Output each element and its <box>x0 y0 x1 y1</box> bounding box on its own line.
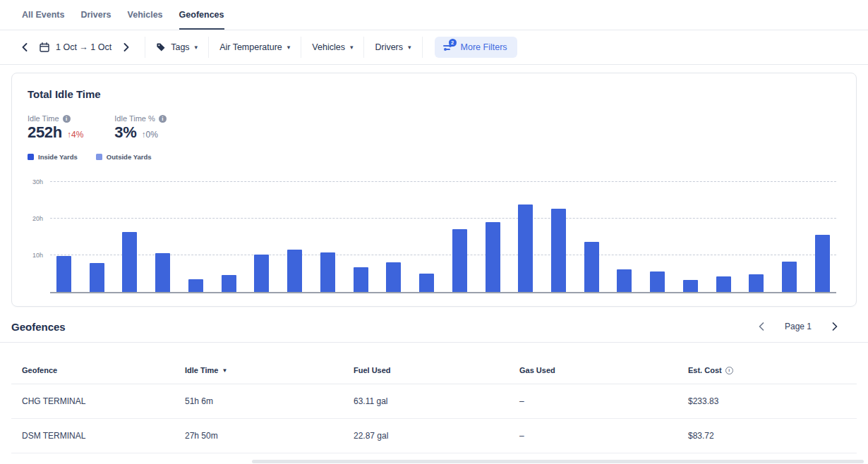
tab-geofences[interactable]: Geofences <box>179 0 224 30</box>
bar[interactable] <box>90 263 104 292</box>
divider <box>301 37 301 58</box>
table-body: CHG TERMINAL51h 6m63.11 gal–$233.83DSM T… <box>11 384 857 453</box>
table-cell: DSM TERMINAL <box>22 431 185 441</box>
metric-delta: ↑4% <box>67 130 83 140</box>
y-axis-tick: 10h <box>32 252 43 259</box>
chevron-left-icon <box>759 322 764 331</box>
drivers-filter-dropdown[interactable]: Drivers ▾ <box>375 42 411 52</box>
horizontal-scrollbar[interactable] <box>252 460 864 463</box>
divider <box>145 37 145 58</box>
bar[interactable] <box>452 229 467 292</box>
table-row[interactable]: CHG TERMINAL51h 6m63.11 gal–$233.83 <box>11 384 857 419</box>
date-prev-button[interactable] <box>17 39 32 55</box>
legend-item-outside-yards: Outside Yards <box>96 153 152 161</box>
bar[interactable] <box>650 271 665 292</box>
calendar-icon <box>40 42 49 52</box>
drivers-filter-label: Drivers <box>375 42 403 52</box>
table-cell: – <box>519 396 688 406</box>
divider <box>208 37 209 58</box>
tags-filter-dropdown[interactable]: Tags ▾ <box>156 42 198 52</box>
tags-filter-label: Tags <box>171 42 189 52</box>
bar[interactable] <box>419 274 434 292</box>
filter-bar: 1 Oct → 1 Oct Tags ▾ Air Temperature ▾ V… <box>0 30 868 65</box>
bar[interactable] <box>584 242 599 292</box>
column-header-fuel-used[interactable]: Fuel Used <box>354 366 519 374</box>
info-icon[interactable]: i <box>63 115 71 123</box>
chart-legend: Inside Yards Outside Yards <box>28 153 840 161</box>
more-filters-label: More Filters <box>461 42 507 52</box>
bar[interactable] <box>155 253 170 292</box>
chevron-right-icon <box>832 322 838 331</box>
page-next-button[interactable] <box>828 320 841 333</box>
bar[interactable] <box>320 252 335 292</box>
table-header-row: Geofence Idle Time ▼ Fuel Used Gas Used … <box>11 343 857 384</box>
legend-label: Inside Yards <box>38 153 78 161</box>
filter-count-badge: 2 <box>449 39 457 47</box>
table-cell: 27h 50m <box>185 431 354 441</box>
bar[interactable] <box>716 276 731 292</box>
table-cell: – <box>519 431 688 441</box>
chevron-left-icon <box>22 43 28 51</box>
legend-item-inside-yards: Inside Yards <box>28 153 78 161</box>
bar[interactable] <box>188 279 203 292</box>
y-axis-tick: 20h <box>32 215 43 222</box>
bar[interactable] <box>254 255 269 292</box>
bar[interactable] <box>354 267 368 292</box>
section-title: Geofences <box>11 321 66 333</box>
total-idle-time-card: Total Idle Time Idle Time i 252h ↑4% Idl… <box>11 73 857 307</box>
bar[interactable] <box>386 262 401 292</box>
metric-label: Idle Time % <box>114 114 155 123</box>
chevron-down-icon: ▾ <box>195 44 198 51</box>
metrics-row: Idle Time i 252h ↑4% Idle Time % i 3% ↑0… <box>28 114 840 142</box>
info-icon[interactable]: i <box>725 367 733 374</box>
tab-all-events[interactable]: All Events <box>22 0 64 30</box>
bar[interactable] <box>56 256 71 293</box>
tag-icon <box>156 42 166 52</box>
bar[interactable] <box>222 275 236 292</box>
bar[interactable] <box>782 262 797 292</box>
chevron-down-icon: ▾ <box>350 44 354 51</box>
bar[interactable] <box>683 280 698 292</box>
card-title: Total Idle Time <box>28 88 840 100</box>
bars-container <box>50 178 836 292</box>
metric-delta: ↑0% <box>142 130 158 140</box>
bar[interactable] <box>749 274 764 293</box>
bar[interactable] <box>617 269 632 292</box>
date-range-text: 1 Oct → 1 Oct <box>56 42 111 52</box>
table-cell: CHG TERMINAL <box>22 396 185 406</box>
bar[interactable] <box>486 222 500 292</box>
info-icon[interactable]: i <box>159 115 167 123</box>
vehicles-filter-label: Vehicles <box>312 42 345 52</box>
date-next-button[interactable] <box>119 39 134 55</box>
bar[interactable] <box>122 232 137 292</box>
chevron-down-icon: ▾ <box>408 44 411 51</box>
idle-time-pct-metric: Idle Time % i 3% ↑0% <box>114 114 166 142</box>
bar[interactable] <box>518 204 533 292</box>
date-range-picker[interactable]: 1 Oct → 1 Oct <box>40 42 111 52</box>
divider <box>363 37 364 58</box>
legend-label: Outside Yards <box>107 153 152 161</box>
column-header-geofence[interactable]: Geofence <box>22 366 185 374</box>
tab-vehicles[interactable]: Vehicles <box>128 0 163 30</box>
bar[interactable] <box>551 209 566 292</box>
more-filters-button[interactable]: 2 More Filters <box>435 37 517 58</box>
table-cell: 22.87 gal <box>354 431 519 441</box>
column-header-gas-used[interactable]: Gas Used <box>519 366 688 374</box>
table-cell: $83.72 <box>688 431 857 441</box>
table-row[interactable]: DSM TERMINAL27h 50m22.87 gal–$83.72 <box>11 419 857 453</box>
air-temperature-filter-dropdown[interactable]: Air Temperature ▾ <box>219 42 290 52</box>
sort-desc-icon: ▼ <box>222 367 227 374</box>
table-cell: 63.11 gal <box>354 396 519 406</box>
tab-drivers[interactable]: Drivers <box>80 0 111 30</box>
divider <box>422 37 423 58</box>
bar[interactable] <box>815 235 830 292</box>
bar[interactable] <box>287 250 302 292</box>
chevron-right-icon <box>123 43 129 51</box>
idle-time-metric: Idle Time i 252h ↑4% <box>28 114 83 142</box>
legend-swatch <box>28 154 34 160</box>
column-header-idle-time[interactable]: Idle Time ▼ <box>185 366 354 374</box>
column-header-est-cost[interactable]: Est. Cost i <box>688 366 857 374</box>
metric-label: Idle Time <box>28 114 59 123</box>
page-prev-button[interactable] <box>755 320 768 333</box>
vehicles-filter-dropdown[interactable]: Vehicles ▾ <box>312 42 353 52</box>
